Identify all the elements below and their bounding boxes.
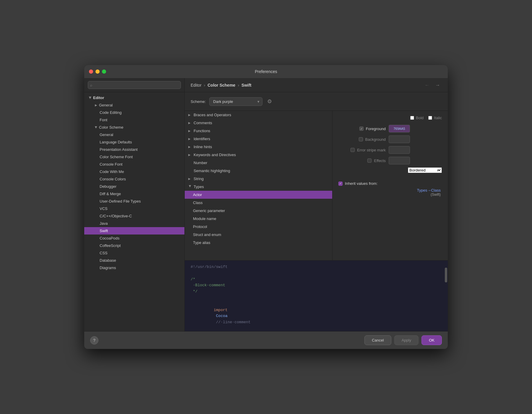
tree-item-number[interactable]: ▶ Number bbox=[185, 159, 332, 167]
sidebar-item-console-font[interactable]: Console Font bbox=[84, 161, 184, 168]
sidebar-item-diff-merge[interactable]: Diff & Merge bbox=[84, 190, 184, 198]
cancel-button[interactable]: Cancel bbox=[364, 335, 391, 345]
tree-item-struct-enum[interactable]: Struct and enum bbox=[185, 231, 332, 239]
tree-item-inline-hints[interactable]: ▶ Inline hints bbox=[185, 143, 332, 151]
preview-line-comment-open: /* bbox=[191, 276, 442, 283]
tree-item-type-alias[interactable]: Type alias bbox=[185, 239, 332, 247]
effects-type-dropdown[interactable]: Bordered Underline Bold underline Dotted… bbox=[408, 167, 442, 173]
tree-item-actor[interactable]: Actor bbox=[185, 191, 332, 199]
window-title: Preferences bbox=[255, 69, 277, 74]
sidebar-item-diagrams[interactable]: Diagrams bbox=[84, 264, 184, 271]
effects-color-box[interactable] bbox=[389, 157, 410, 164]
help-button[interactable]: ? bbox=[90, 336, 98, 345]
tree-item-string[interactable]: ▶ String bbox=[185, 175, 332, 183]
apply-button[interactable]: Apply bbox=[394, 335, 419, 345]
inherit-link[interactable]: Types→Class bbox=[338, 188, 441, 193]
sidebar-item-cocoapods[interactable]: CocoaPods bbox=[84, 235, 184, 242]
sidebar-item-language-defaults[interactable]: Language Defaults bbox=[84, 138, 184, 146]
tree-item-types[interactable]: ▶ Types bbox=[185, 183, 332, 191]
tree-item-semantic[interactable]: ▶ Semantic highlighting bbox=[185, 167, 332, 175]
breadcrumb-sep2: › bbox=[238, 83, 239, 88]
tree-item-generic-param[interactable]: Generic parameter bbox=[185, 207, 332, 215]
sidebar-item-label: Console Font bbox=[100, 162, 122, 166]
sidebar-item-java[interactable]: Java bbox=[84, 220, 184, 227]
effects-checkbox[interactable] bbox=[367, 159, 372, 163]
tree-item-module-name[interactable]: Module name bbox=[185, 215, 332, 223]
tree-item-protocol[interactable]: Protocol bbox=[185, 223, 332, 231]
sidebar-item-label: Language Defaults bbox=[100, 140, 132, 144]
scrollbar[interactable] bbox=[445, 268, 447, 282]
sidebar-item-user-defined[interactable]: User-Defined File Types bbox=[84, 198, 184, 205]
sidebar-item-label: Editor bbox=[93, 96, 104, 100]
sidebar-item-label: Swift bbox=[100, 229, 108, 233]
sidebar-item-label: CSS bbox=[100, 251, 108, 255]
sidebar-item-color-scheme[interactable]: ▶ Color Scheme bbox=[84, 124, 184, 131]
sidebar-item-color-scheme-font[interactable]: Color Scheme Font bbox=[84, 153, 184, 161]
sidebar-item-label: C/C++/Objective-C bbox=[100, 214, 132, 218]
background-color-box[interactable] bbox=[389, 135, 410, 143]
chevron-icon: ▶ bbox=[189, 185, 192, 189]
close-button[interactable] bbox=[89, 69, 93, 74]
tree-item-functions[interactable]: ▶ Functions bbox=[185, 127, 332, 135]
tree-item-class[interactable]: Class bbox=[185, 199, 332, 207]
chevron-icon: ▶ bbox=[188, 137, 192, 140]
preview-line-blank1 bbox=[191, 270, 442, 276]
ok-button[interactable]: OK bbox=[421, 335, 442, 345]
scheme-bar: Scheme: Dark purple Default Darcula High… bbox=[185, 92, 448, 111]
tree-item-label: Protocol bbox=[193, 224, 207, 229]
sidebar-item-database[interactable]: Database bbox=[84, 257, 184, 264]
sidebar-item-presentation-assistant[interactable]: Presentation Assistant bbox=[84, 146, 184, 153]
sidebar-item-label: CoffeeScript bbox=[100, 243, 121, 248]
sidebar-item-label: Color Scheme bbox=[99, 125, 123, 130]
sidebar-item-cs-general[interactable]: General bbox=[84, 131, 184, 138]
italic-checkbox[interactable] bbox=[428, 116, 432, 120]
tree-item-keywords[interactable]: ▶ Keywords and Directives bbox=[185, 151, 332, 159]
tree-item-identifiers[interactable]: ▶ Identifiers bbox=[185, 135, 332, 143]
main-content: ⌕ ▶ Editor ▶ General Code Editing bbox=[84, 78, 448, 331]
scheme-label: Scheme: bbox=[191, 99, 206, 104]
tree-item-braces[interactable]: ▶ Braces and Operators bbox=[185, 111, 332, 119]
maximize-button[interactable] bbox=[102, 69, 106, 74]
bold-label[interactable]: Bold bbox=[410, 116, 424, 120]
sidebar-item-cpp[interactable]: C/C++/Objective-C bbox=[84, 212, 184, 220]
sidebar-item-label: Font bbox=[100, 118, 107, 122]
error-stripe-checkbox[interactable] bbox=[351, 148, 355, 152]
sidebar-item-debugger[interactable]: Debugger bbox=[84, 183, 184, 190]
sidebar-item-css[interactable]: CSS bbox=[84, 249, 184, 257]
tree-item-label: String bbox=[194, 177, 204, 181]
sidebar-item-code-editing[interactable]: Code Editing bbox=[84, 109, 184, 116]
background-checkbox[interactable] bbox=[359, 137, 363, 141]
scheme-dropdown[interactable]: Dark purple Default Darcula High contras… bbox=[209, 97, 262, 106]
chevron-icon: ▶ bbox=[188, 113, 192, 117]
tree-item-comments[interactable]: ▶ Comments bbox=[185, 119, 332, 127]
error-stripe-color-box[interactable] bbox=[389, 146, 410, 154]
sidebar-item-font[interactable]: Font bbox=[84, 116, 184, 124]
scheme-settings-button[interactable]: ⚙ bbox=[266, 97, 273, 106]
breadcrumb-editor: Editor bbox=[191, 83, 202, 88]
inherit-label: Inherit values from: bbox=[345, 181, 378, 186]
preview-module-cocoa: Cocoa bbox=[214, 314, 228, 318]
breadcrumb-sep1: › bbox=[204, 83, 205, 88]
editor-area: ▶ Braces and Operators ▶ Comments ▶ Func… bbox=[185, 111, 448, 260]
minimize-button[interactable] bbox=[95, 69, 100, 74]
foreground-color-box[interactable]: 769AA5 bbox=[389, 125, 410, 132]
bold-checkbox[interactable] bbox=[410, 116, 414, 120]
nav-forward-button[interactable]: → bbox=[434, 82, 442, 88]
inherit-checkbox[interactable]: ✓ bbox=[338, 182, 343, 186]
bold-label-text: Bold bbox=[416, 116, 424, 120]
sidebar-item-general[interactable]: ▶ General bbox=[84, 101, 184, 109]
preview-line-comment-close: */ bbox=[191, 289, 442, 295]
italic-label[interactable]: Italic bbox=[428, 116, 442, 120]
foreground-checkbox[interactable]: ✓ bbox=[359, 127, 364, 131]
sidebar-item-coffeescript[interactable]: CoffeeScript bbox=[84, 242, 184, 249]
tree-item-label: Number bbox=[194, 161, 207, 165]
sidebar-item-code-with-me[interactable]: Code With Me bbox=[84, 168, 184, 175]
sidebar-item-swift[interactable]: Swift bbox=[84, 227, 184, 235]
chevron-icon: ▶ bbox=[188, 145, 192, 148]
sidebar-item-console-colors[interactable]: Console Colors bbox=[84, 175, 184, 183]
sidebar-item-editor[interactable]: ▶ Editor bbox=[84, 94, 184, 101]
sidebar-item-vcs[interactable]: VCS bbox=[84, 205, 184, 212]
nav-back-button[interactable]: ← bbox=[423, 82, 431, 88]
effects-select-outer: Bordered Underline Bold underline Dotted… bbox=[408, 167, 442, 173]
search-input[interactable] bbox=[88, 81, 181, 89]
